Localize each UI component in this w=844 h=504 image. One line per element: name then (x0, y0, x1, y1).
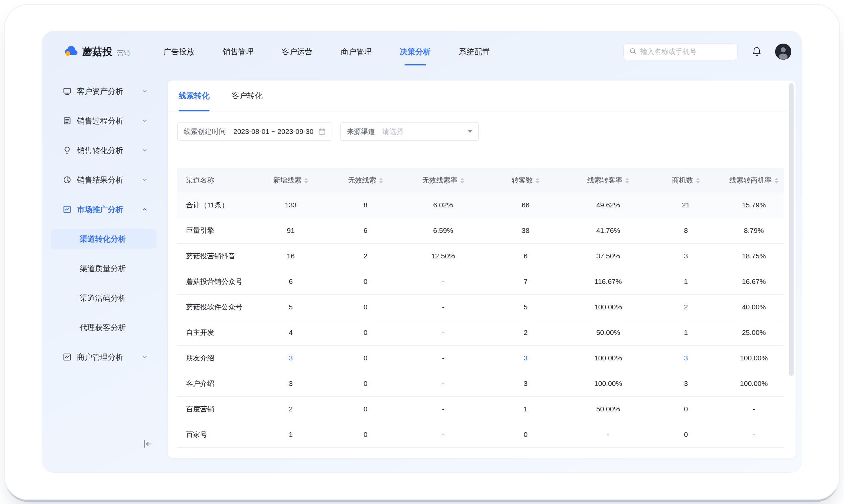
sidebar-item[interactable]: 客户资产分析 (51, 82, 156, 101)
brand-logo[interactable]: 蘑菇投 营销 (64, 45, 130, 59)
nav-item[interactable]: 销售管理 (223, 47, 253, 57)
calendar-icon (318, 127, 326, 136)
table-cell: 2 (483, 320, 568, 345)
table-cell: 3 (254, 345, 327, 371)
collapse-sidebar-icon[interactable] (143, 439, 153, 450)
sidebar-item[interactable]: 销售过程分析 (51, 111, 156, 130)
sidebar-item[interactable]: 销售结果分析 (51, 170, 156, 190)
sidebar-item-label: 销售结果分析 (77, 175, 123, 185)
column-header[interactable]: 无效线索 (327, 168, 404, 192)
table-cell: 6.02% (404, 192, 483, 218)
brand-name: 蘑菇投 (82, 45, 112, 59)
table-cell: 1 (648, 320, 724, 345)
sidebar-item[interactable]: 商户管理分析 (51, 347, 156, 367)
pie-icon (63, 176, 71, 184)
vertical-scrollbar[interactable] (789, 83, 794, 376)
table-cell: 6.59% (404, 218, 483, 243)
date-range-filter[interactable]: 线索创建时间 2023-08-01 ~ 2023-09-30 (177, 123, 332, 141)
sidebar-subitem[interactable]: 渠道活码分析 (51, 288, 156, 308)
table-cell: - (568, 422, 648, 447)
table-cell: 8 (327, 192, 404, 218)
column-header[interactable]: 商机数 (648, 168, 724, 192)
table-row: 蘑菇投营销公众号60-7116.67%116.67% (177, 269, 784, 294)
notification-bell-icon[interactable] (752, 46, 762, 57)
top-header: 蘑菇投 营销 广告投放销售管理客户运营商户管理决策分析系统配置 (42, 31, 802, 70)
global-search (623, 43, 738, 60)
column-header[interactable]: 转客数 (483, 168, 568, 192)
nav-item[interactable]: 商户管理 (341, 47, 372, 57)
table-cell: 16.67% (724, 269, 784, 294)
tab[interactable]: 线索转化 (179, 80, 210, 111)
table-cell: 100.00% (724, 345, 784, 371)
table-cell: 100.00% (568, 371, 648, 396)
sidebar-subitem[interactable]: 渠道质量分析 (51, 259, 156, 278)
column-header[interactable]: 线索转客率 (568, 168, 648, 192)
table-cell: 0 (327, 422, 404, 447)
channel-name-cell: 百家号 (177, 422, 254, 447)
table-row: 客户介绍30-3100.00%3100.00% (177, 371, 784, 396)
table-row: 朋友介绍30-3100.00%3100.00% (177, 345, 784, 371)
table-cell: 12.50% (404, 243, 483, 269)
nav-item[interactable]: 客户运营 (282, 47, 313, 57)
table-cell: 40.00% (724, 294, 784, 320)
table-cell: - (404, 320, 483, 345)
table-cell: 3 (648, 371, 724, 396)
trend-icon (63, 205, 71, 214)
nav-item[interactable]: 广告投放 (163, 47, 194, 57)
column-header[interactable]: 无效线索率 (404, 168, 483, 192)
filter-bar: 线索创建时间 2023-08-01 ~ 2023-09-30 来源渠道 请选择 (177, 123, 796, 141)
table-cell: 100.00% (568, 294, 648, 320)
cell-link[interactable]: 3 (289, 354, 293, 362)
bulb-icon (63, 146, 71, 155)
table-cell: 38 (483, 218, 568, 243)
table-cell: 50.00% (568, 396, 648, 422)
channel-filter-placeholder: 请选择 (382, 127, 404, 136)
table-cell: 0 (483, 422, 568, 447)
table-cell: 1 (483, 396, 568, 422)
table-cell: 0 (648, 396, 724, 422)
table-cell: 0 (327, 294, 404, 320)
table-cell: - (404, 345, 483, 371)
tabs-row: 线索转化客户转化 (168, 80, 796, 111)
user-avatar[interactable] (774, 43, 792, 60)
sort-icon (379, 178, 383, 183)
column-header[interactable]: 线索转商机率 (724, 168, 784, 192)
cell-link[interactable]: 3 (524, 354, 528, 362)
table-cell: 3 (648, 243, 724, 269)
table-row: 自主开发40-250.00%125.00% (177, 320, 784, 345)
table-cell: 21 (648, 192, 724, 218)
table-cell: 41.76% (568, 218, 648, 243)
table-cell: - (724, 396, 784, 422)
table-cell: 1 (254, 422, 327, 447)
table-cell: 16 (254, 243, 327, 269)
board-icon (63, 116, 71, 125)
nav-item[interactable]: 系统配置 (459, 47, 490, 57)
brand-badge: 营销 (117, 49, 130, 57)
cell-link[interactable]: 3 (684, 354, 688, 362)
chevron-down-icon (142, 177, 148, 183)
table-cell: 0 (327, 269, 404, 294)
trend-icon (63, 353, 71, 361)
source-channel-filter[interactable]: 来源渠道 请选择 (340, 123, 479, 141)
table-cell: 3 (648, 345, 724, 371)
column-header[interactable]: 新增线索 (254, 168, 327, 192)
table-cell: 100.00% (724, 371, 784, 396)
table-cell: 4 (254, 320, 327, 345)
nav-item[interactable]: 决策分析 (400, 47, 431, 57)
search-input[interactable] (640, 48, 732, 56)
column-label: 商机数 (672, 176, 693, 184)
table-cell: 116.67% (568, 269, 648, 294)
sidebar-item[interactable]: 市场推广分析 (51, 200, 156, 219)
table-cell: 15.79% (724, 192, 784, 218)
table-cell: 5 (483, 294, 568, 320)
sidebar-subitem[interactable]: 渠道转化分析 (51, 229, 156, 249)
sort-icon (535, 178, 540, 183)
sidebar-item[interactable]: 销售转化分析 (51, 141, 156, 160)
channel-name-cell: 巨量引擎 (177, 218, 254, 243)
device-frame: 蘑菇投 营销 广告投放销售管理客户运营商户管理决策分析系统配置 (4, 4, 840, 500)
table-row: 蘑菇投软件公众号50-5100.00%240.00% (177, 294, 784, 320)
table-cell: - (404, 371, 483, 396)
sidebar-subitem[interactable]: 代理获客分析 (51, 318, 156, 337)
column-label: 线索转商机率 (729, 176, 772, 184)
tab[interactable]: 客户转化 (232, 80, 263, 111)
